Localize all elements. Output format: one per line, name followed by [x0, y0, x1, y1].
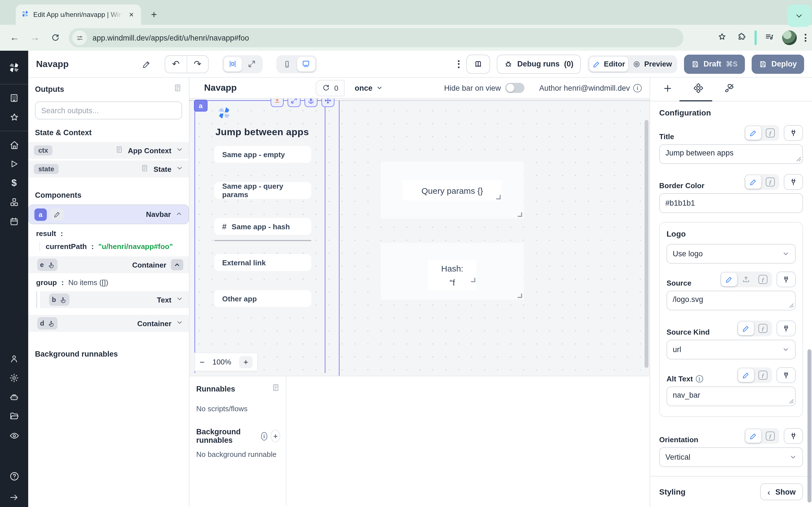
source-kind-select[interactable]: url	[666, 340, 796, 359]
static-pencil-icon[interactable]	[738, 322, 754, 335]
debug-runs-button[interactable]: Debug runs (0)	[497, 54, 581, 73]
connect-plug-icon[interactable]	[784, 428, 803, 444]
nav-link-external-link[interactable]: External link	[214, 254, 311, 271]
query-params-box[interactable]: Query params {}	[380, 162, 524, 219]
anchor-icon[interactable]	[305, 98, 317, 107]
pricing-dollar-icon[interactable]: $	[0, 173, 28, 193]
static-pencil-icon[interactable]	[738, 369, 754, 382]
component-a-edit-pencil-icon[interactable]	[50, 208, 64, 221]
deploy-button[interactable]: Deploy	[752, 54, 804, 73]
extensions-puzzle-icon[interactable]	[737, 32, 747, 44]
canvas[interactable]: a	[190, 98, 650, 376]
source-input[interactable]: /logo.svg	[666, 291, 796, 311]
windmill-logo-icon[interactable]	[0, 55, 28, 80]
styling-tab-brush-icon[interactable]	[724, 83, 735, 96]
docs-button[interactable]	[467, 54, 490, 73]
ctx-row[interactable]: ctx App Context	[28, 142, 189, 159]
fx-expression-icon[interactable]: ƒ	[755, 273, 771, 286]
reload-icon[interactable]	[46, 29, 64, 47]
canvas-scrollbar[interactable]	[645, 120, 649, 368]
desktop-view-button[interactable]	[297, 57, 315, 71]
connect-plug-icon[interactable]	[784, 125, 803, 141]
state-chevron-down-icon[interactable]	[176, 164, 183, 174]
kebab-menu-icon[interactable]	[458, 60, 460, 68]
refresh-count-box[interactable]: 0	[316, 80, 345, 96]
styling-show-button[interactable]: ‹ Show	[760, 483, 803, 500]
runnables-doc-icon[interactable]	[271, 383, 280, 394]
resources-cubes-icon[interactable]	[0, 193, 28, 212]
settings-panel-scrollbar[interactable]	[808, 349, 811, 503]
component-align-button[interactable]	[224, 57, 242, 71]
orientation-select[interactable]: Vertical	[659, 447, 803, 467]
site-settings-icon[interactable]	[72, 31, 87, 45]
user-icon[interactable]	[0, 349, 28, 369]
nav-link-same-app-hash[interactable]: # Same app - hash	[214, 218, 311, 235]
nav-link-same-app-query-params[interactable]: Same app - query params	[214, 182, 311, 199]
resize-handle[interactable]	[518, 212, 522, 217]
runs-play-icon[interactable]	[0, 154, 28, 173]
move-component-icon[interactable]	[321, 98, 335, 107]
component-d-row[interactable]: d Container	[28, 315, 189, 332]
fx-expression-icon[interactable]: ƒ	[762, 429, 778, 443]
nav-link-same-app-empty[interactable]: Same app - empty	[214, 146, 311, 163]
static-pencil-icon[interactable]	[746, 175, 761, 189]
settings-tab-components-icon[interactable]	[693, 83, 704, 96]
title-input[interactable]: Jump between apps	[659, 144, 803, 164]
connect-plug-icon[interactable]	[784, 174, 803, 190]
folders-icon[interactable]	[0, 407, 28, 426]
editor-tab[interactable]: Editor	[589, 57, 628, 71]
address-bar[interactable]: app.windmill.dev/apps/edit/u/henri/navap…	[69, 28, 683, 47]
ctx-doc-icon[interactable]	[115, 145, 123, 156]
textarea-resize-icon[interactable]	[796, 154, 801, 164]
state-row[interactable]: state State	[28, 161, 189, 177]
connect-plug-icon[interactable]	[776, 367, 796, 383]
zoom-out-button[interactable]: −	[200, 357, 205, 367]
component-b-chevron-down-icon[interactable]	[176, 295, 183, 305]
settings-gear-icon[interactable]	[0, 369, 28, 388]
hash-box[interactable]: Hash: "f	[380, 243, 524, 300]
resize-handle[interactable]	[518, 293, 522, 298]
help-question-icon[interactable]	[0, 466, 28, 486]
component-b-row[interactable]: b Text	[40, 291, 189, 308]
preview-tab[interactable]: Preview	[629, 57, 675, 71]
alt-text-info-icon[interactable]: i	[696, 375, 703, 383]
connect-plug-icon[interactable]	[776, 321, 796, 336]
component-e-badge[interactable]: e	[37, 259, 57, 271]
ctx-chevron-down-icon[interactable]	[176, 145, 183, 156]
alt-text-input[interactable]: nav_bar	[666, 386, 796, 406]
textarea-resize-icon[interactable]	[789, 396, 794, 406]
insert-component-tab-plus-icon[interactable]	[663, 83, 673, 96]
component-e-chevron-up-icon[interactable]	[171, 259, 183, 270]
static-pencil-icon[interactable]	[746, 126, 761, 140]
home-icon[interactable]	[0, 135, 28, 154]
browser-menu-icon[interactable]	[805, 34, 806, 42]
expand-component-icon[interactable]	[288, 98, 301, 107]
component-e-row[interactable]: e Container	[28, 256, 189, 273]
border-color-input[interactable]	[659, 193, 803, 213]
static-pencil-icon[interactable]	[721, 273, 737, 286]
workers-robot-icon[interactable]	[0, 388, 28, 407]
tab-search-button[interactable]	[787, 4, 811, 27]
back-icon[interactable]: ←	[6, 29, 24, 47]
resize-handle[interactable]	[471, 278, 475, 282]
fx-expression-icon[interactable]: ƒ	[755, 369, 771, 382]
zoom-in-button[interactable]: +	[239, 356, 253, 368]
outputs-search-input[interactable]	[35, 101, 182, 119]
profile-avatar[interactable]	[782, 31, 797, 45]
fx-expression-icon[interactable]: ƒ	[762, 175, 778, 189]
component-a-chevron-up-icon[interactable]	[175, 210, 183, 219]
mobile-view-button[interactable]	[278, 57, 296, 71]
workspace-building-icon[interactable]	[0, 89, 28, 108]
audit-eye-icon[interactable]	[0, 426, 28, 445]
connect-plug-icon[interactable]	[776, 272, 796, 287]
forward-icon[interactable]: →	[26, 29, 44, 47]
expand-rail-arrow-icon[interactable]	[0, 488, 28, 507]
expand-canvas-button[interactable]	[243, 57, 261, 71]
tab-close-icon[interactable]: ✕	[127, 10, 136, 19]
nav-link-other-app[interactable]: Other app	[214, 290, 311, 307]
state-doc-icon[interactable]	[140, 164, 149, 174]
redo-button[interactable]: ↷	[187, 55, 208, 72]
schedules-calendar-icon[interactable]	[0, 212, 28, 231]
edit-title-pencil-icon[interactable]	[142, 59, 151, 68]
upload-icon[interactable]	[738, 273, 754, 286]
